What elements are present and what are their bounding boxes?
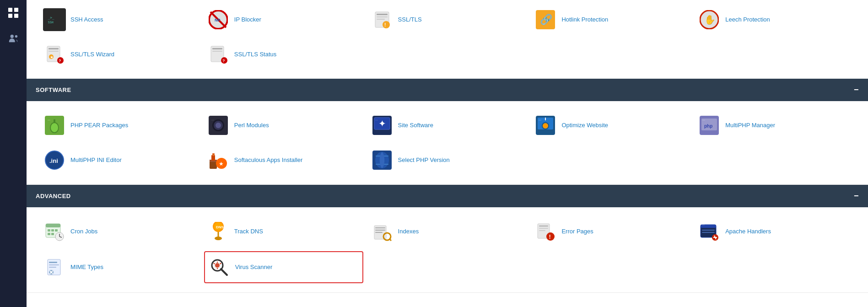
svg-text:🔗: 🔗 <box>540 13 553 26</box>
select-php-item[interactable]: Select PHP Version <box>368 145 527 175</box>
leech-protection-label: Leech Protection <box>725 16 770 24</box>
php-pear-item[interactable]: ··· PHP PEAR Packages <box>40 110 199 140</box>
mime-types-item[interactable]: MIME Types <box>40 251 199 283</box>
ssh-access-icon: _>_ SSH <box>43 8 66 31</box>
apache-handlers-label: Apache Handlers <box>725 228 771 236</box>
software-section: SOFTWARE − ··· PHP PEAR Pa <box>27 79 868 185</box>
indexes-label: Indexes <box>398 228 419 236</box>
ssh-access-item[interactable]: _>_ SSH SSH Access <box>40 5 199 35</box>
svg-rect-2 <box>8 14 12 18</box>
perl-modules-icon: ··· <box>207 114 230 137</box>
softaculous-item[interactable]: ★ Softaculous Apps Installer <box>204 145 363 175</box>
software-collapse-icon[interactable]: − <box>854 85 859 95</box>
svg-text:★: ★ <box>219 161 224 167</box>
hotlink-protection-label: Hotlink Protection <box>561 16 608 24</box>
multiphp-ini-item[interactable]: .ini MultiPHP INI Editor <box>40 145 199 175</box>
svg-point-43 <box>216 123 221 128</box>
ssl-wizard-label: SSL/TLS Wizard <box>70 51 114 59</box>
advanced-collapse-icon[interactable]: − <box>854 191 859 201</box>
svg-line-117 <box>221 269 227 275</box>
svg-rect-14 <box>377 14 388 15</box>
svg-rect-90 <box>375 227 385 228</box>
track-dns-item[interactable]: DNS Track DNS <box>204 216 363 247</box>
svg-text:SSH: SSH <box>48 21 54 24</box>
optimize-website-item[interactable]: ··· Optimize Website <box>531 110 690 140</box>
ssl-status-item[interactable]: ? SSL/TLS Status <box>204 39 363 70</box>
apache-handlers-icon: ··· <box>698 220 721 243</box>
indexes-item[interactable]: Indexes <box>368 216 527 247</box>
svg-rect-79 <box>51 233 54 235</box>
svg-rect-97 <box>539 228 548 229</box>
svg-rect-92 <box>375 232 383 233</box>
ssl-wizard-item[interactable]: ? ★ SSL/TLS Wizard <box>40 39 199 70</box>
multiphp-manager-label: MultiPHP Manager <box>725 122 775 129</box>
multiphp-manager-item[interactable]: php ··· MultiPHP Manager <box>695 110 854 140</box>
svg-point-52 <box>543 123 548 129</box>
svg-rect-98 <box>539 230 545 231</box>
security-section-body: _>_ SSH SSH Access NP <box>27 0 868 79</box>
apache-handlers-item[interactable]: ··· Apache Handlers <box>695 216 854 247</box>
leech-protection-icon: ✋ <box>698 8 721 31</box>
svg-rect-1 <box>14 8 18 12</box>
svg-line-122 <box>214 263 215 264</box>
error-pages-icon: ! <box>534 220 557 243</box>
security-items-grid: _>_ SSH SSH Access NP <box>40 5 854 70</box>
virus-scanner-item[interactable]: Virus Scanner <box>204 251 363 283</box>
ssl-tls-icon: ! <box>371 8 394 31</box>
ip-blocker-label: IP Blocker <box>234 16 261 24</box>
perl-modules-label: Perl Modules <box>234 122 269 129</box>
hotlink-protection-icon: 🔗 <box>534 8 557 31</box>
error-pages-item[interactable]: ! Error Pages <box>531 216 690 247</box>
cron-jobs-item[interactable]: Cron Jobs <box>40 216 199 247</box>
cron-jobs-icon <box>43 220 66 243</box>
svg-text:!: ! <box>549 233 551 240</box>
svg-rect-65 <box>212 153 215 156</box>
hotlink-protection-item[interactable]: 🔗 Hotlink Protection <box>531 5 690 35</box>
advanced-section: ADVANCED − <box>27 185 868 293</box>
svg-text:✦: ✦ <box>378 118 386 129</box>
svg-rect-0 <box>8 8 12 12</box>
indexes-icon <box>371 220 394 243</box>
svg-text:php: php <box>704 124 712 129</box>
leech-protection-item[interactable]: ✋ Leech Protection <box>695 5 854 35</box>
softaculous-label: Softaculous Apps Installer <box>234 156 303 164</box>
track-dns-icon: DNS <box>207 220 230 243</box>
svg-rect-111 <box>49 264 59 265</box>
mime-types-label: MIME Types <box>70 264 103 271</box>
svg-rect-75 <box>48 229 50 232</box>
perl-modules-item[interactable]: ··· Perl Modules <box>204 110 363 140</box>
site-software-icon: ✦ ··· <box>371 114 394 137</box>
ip-blocker-item[interactable]: NP IP Blocker <box>204 5 363 35</box>
site-software-item[interactable]: ✦ ··· Site Software <box>368 110 527 140</box>
ssl-status-icon: ? <box>207 43 230 66</box>
advanced-items-grid: Cron Jobs DNS Track DNS <box>40 216 854 283</box>
svg-rect-103 <box>702 230 715 231</box>
select-php-icon <box>371 149 394 172</box>
ssl-tls-label: SSL/TLS <box>398 16 422 24</box>
optimize-website-label: Optimize Website <box>561 122 608 129</box>
software-section-header: SOFTWARE − <box>27 79 868 101</box>
site-software-label: Site Software <box>398 122 433 129</box>
multiphp-manager-icon: php ··· <box>698 114 721 137</box>
sidebar <box>0 0 27 307</box>
multiphp-ini-label: MultiPHP INI Editor <box>70 156 122 164</box>
multiphp-ini-icon: .ini <box>43 149 66 172</box>
advanced-section-header: ADVANCED − <box>27 185 868 207</box>
svg-rect-24 <box>49 48 59 49</box>
ip-blocker-icon: NP <box>207 8 230 31</box>
svg-text:✋: ✋ <box>704 14 716 25</box>
security-section: _>_ SSH SSH Access NP <box>27 0 868 79</box>
apps-icon[interactable] <box>5 5 22 21</box>
svg-rect-74 <box>46 224 60 227</box>
svg-rect-76 <box>51 229 54 232</box>
svg-point-17 <box>383 21 390 28</box>
svg-rect-96 <box>539 226 548 226</box>
svg-text:NP: NP <box>215 18 221 22</box>
php-pear-icon: ··· <box>43 114 66 137</box>
ssl-tls-item[interactable]: ! SSL/TLS <box>368 5 527 35</box>
svg-line-121 <box>220 263 221 264</box>
users-icon[interactable] <box>5 30 22 47</box>
mime-types-icon <box>43 256 66 279</box>
ssl-status-label: SSL/TLS Status <box>234 51 277 59</box>
virus-scanner-icon <box>208 256 231 279</box>
